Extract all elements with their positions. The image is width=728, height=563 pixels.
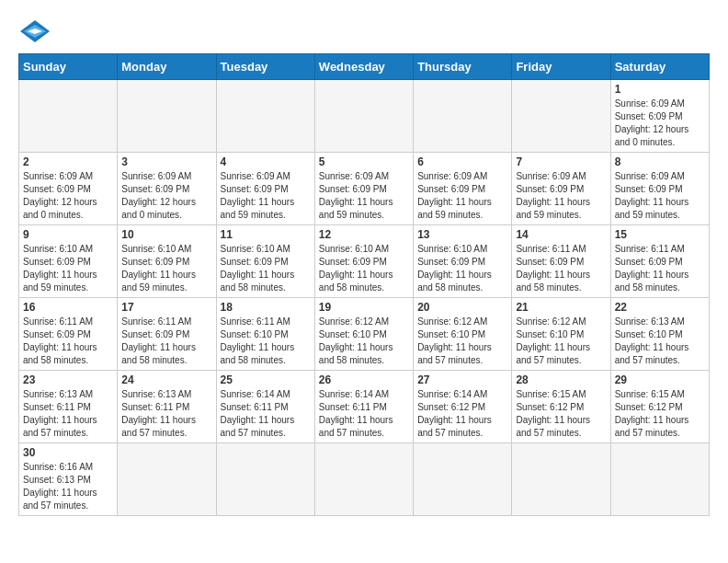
weekday-header: Sunday: [19, 54, 118, 80]
day-number: 4: [221, 155, 311, 168]
day-number: 25: [221, 373, 311, 386]
calendar-cell: 20Sunrise: 6:12 AM Sunset: 6:10 PM Dayli…: [414, 298, 512, 371]
calendar-cell: [610, 443, 709, 516]
calendar-cell: 8Sunrise: 6:09 AM Sunset: 6:09 PM Daylig…: [610, 153, 709, 225]
day-info: Sunrise: 6:09 AM Sunset: 6:09 PM Dayligh…: [23, 170, 113, 222]
day-number: 21: [516, 301, 606, 314]
calendar-cell: [414, 80, 512, 153]
day-info: Sunrise: 6:11 AM Sunset: 6:09 PM Dayligh…: [615, 243, 705, 294]
calendar-cell: 21Sunrise: 6:12 AM Sunset: 6:10 PM Dayli…: [512, 298, 610, 371]
calendar-cell: 6Sunrise: 6:09 AM Sunset: 6:09 PM Daylig…: [414, 153, 512, 225]
day-info: Sunrise: 6:14 AM Sunset: 6:11 PM Dayligh…: [221, 388, 311, 440]
page-header: [18, 18, 710, 44]
calendar-cell: 1Sunrise: 6:09 AM Sunset: 6:09 PM Daylig…: [610, 80, 709, 153]
day-info: Sunrise: 6:09 AM Sunset: 6:09 PM Dayligh…: [615, 98, 705, 149]
calendar-cell: 27Sunrise: 6:14 AM Sunset: 6:12 PM Dayli…: [414, 371, 512, 443]
day-number: 3: [121, 155, 211, 168]
day-info: Sunrise: 6:09 AM Sunset: 6:09 PM Dayligh…: [615, 170, 705, 222]
logo: [18, 18, 55, 44]
day-number: 28: [516, 373, 606, 386]
day-number: 9: [23, 228, 113, 241]
day-number: 29: [615, 373, 705, 386]
calendar-cell: 10Sunrise: 6:10 AM Sunset: 6:09 PM Dayli…: [118, 225, 216, 298]
calendar-cell: 29Sunrise: 6:15 AM Sunset: 6:12 PM Dayli…: [610, 371, 709, 443]
calendar-cell: 30Sunrise: 6:16 AM Sunset: 6:13 PM Dayli…: [19, 443, 118, 516]
calendar-cell: 16Sunrise: 6:11 AM Sunset: 6:09 PM Dayli…: [19, 298, 118, 371]
calendar-cell: 28Sunrise: 6:15 AM Sunset: 6:12 PM Dayli…: [512, 371, 610, 443]
day-info: Sunrise: 6:10 AM Sunset: 6:09 PM Dayligh…: [221, 243, 311, 294]
day-info: Sunrise: 6:11 AM Sunset: 6:10 PM Dayligh…: [221, 316, 311, 367]
calendar-cell: 11Sunrise: 6:10 AM Sunset: 6:09 PM Dayli…: [216, 225, 314, 298]
calendar-cell: 22Sunrise: 6:13 AM Sunset: 6:10 PM Dayli…: [610, 298, 709, 371]
day-info: Sunrise: 6:16 AM Sunset: 6:13 PM Dayligh…: [23, 461, 113, 512]
day-info: Sunrise: 6:14 AM Sunset: 6:11 PM Dayligh…: [319, 388, 409, 440]
calendar-cell: 14Sunrise: 6:11 AM Sunset: 6:09 PM Dayli…: [512, 225, 610, 298]
day-info: Sunrise: 6:14 AM Sunset: 6:12 PM Dayligh…: [417, 388, 507, 440]
day-info: Sunrise: 6:09 AM Sunset: 6:09 PM Dayligh…: [319, 170, 409, 222]
calendar-cell: [414, 443, 512, 516]
calendar-cell: 18Sunrise: 6:11 AM Sunset: 6:10 PM Dayli…: [216, 298, 314, 371]
day-number: 2: [23, 155, 113, 168]
calendar-cell: 5Sunrise: 6:09 AM Sunset: 6:09 PM Daylig…: [314, 153, 413, 225]
day-info: Sunrise: 6:15 AM Sunset: 6:12 PM Dayligh…: [516, 388, 606, 440]
day-number: 16: [23, 301, 113, 314]
day-number: 10: [121, 228, 211, 241]
day-number: 19: [319, 301, 409, 314]
calendar-cell: 9Sunrise: 6:10 AM Sunset: 6:09 PM Daylig…: [19, 225, 118, 298]
day-number: 20: [417, 301, 507, 314]
calendar-cell: [314, 80, 413, 153]
day-info: Sunrise: 6:11 AM Sunset: 6:09 PM Dayligh…: [121, 316, 211, 367]
calendar-cell: 24Sunrise: 6:13 AM Sunset: 6:11 PM Dayli…: [118, 371, 216, 443]
day-info: Sunrise: 6:09 AM Sunset: 6:09 PM Dayligh…: [221, 170, 311, 222]
calendar-cell: 7Sunrise: 6:09 AM Sunset: 6:09 PM Daylig…: [512, 153, 610, 225]
calendar-cell: 19Sunrise: 6:12 AM Sunset: 6:10 PM Dayli…: [314, 298, 413, 371]
day-number: 15: [615, 228, 705, 241]
weekday-header: Thursday: [414, 54, 512, 80]
day-info: Sunrise: 6:09 AM Sunset: 6:09 PM Dayligh…: [516, 170, 606, 222]
calendar-cell: [512, 80, 610, 153]
calendar-cell: 13Sunrise: 6:10 AM Sunset: 6:09 PM Dayli…: [414, 225, 512, 298]
weekday-header: Wednesday: [314, 54, 413, 80]
day-number: 7: [516, 155, 606, 168]
day-number: 8: [615, 155, 705, 168]
day-info: Sunrise: 6:12 AM Sunset: 6:10 PM Dayligh…: [319, 316, 409, 367]
calendar-cell: [512, 443, 610, 516]
day-number: 11: [221, 228, 311, 241]
day-info: Sunrise: 6:10 AM Sunset: 6:09 PM Dayligh…: [23, 243, 113, 294]
calendar-cell: [19, 80, 118, 153]
day-number: 17: [121, 301, 211, 314]
day-info: Sunrise: 6:10 AM Sunset: 6:09 PM Dayligh…: [121, 243, 211, 294]
day-info: Sunrise: 6:11 AM Sunset: 6:09 PM Dayligh…: [516, 243, 606, 294]
weekday-header: Tuesday: [216, 54, 314, 80]
day-number: 14: [516, 228, 606, 241]
day-info: Sunrise: 6:10 AM Sunset: 6:09 PM Dayligh…: [417, 243, 507, 294]
day-info: Sunrise: 6:13 AM Sunset: 6:11 PM Dayligh…: [23, 388, 113, 440]
calendar: SundayMondayTuesdayWednesdayThursdayFrid…: [18, 53, 710, 516]
calendar-cell: 3Sunrise: 6:09 AM Sunset: 6:09 PM Daylig…: [118, 153, 216, 225]
weekday-header: Friday: [512, 54, 610, 80]
calendar-cell: 4Sunrise: 6:09 AM Sunset: 6:09 PM Daylig…: [216, 153, 314, 225]
calendar-cell: [118, 80, 216, 153]
day-info: Sunrise: 6:09 AM Sunset: 6:09 PM Dayligh…: [121, 170, 211, 222]
calendar-cell: [216, 443, 314, 516]
calendar-cell: [216, 80, 314, 153]
day-number: 6: [417, 155, 507, 168]
weekday-header: Monday: [118, 54, 216, 80]
day-info: Sunrise: 6:11 AM Sunset: 6:09 PM Dayligh…: [23, 316, 113, 367]
calendar-cell: 17Sunrise: 6:11 AM Sunset: 6:09 PM Dayli…: [118, 298, 216, 371]
day-number: 30: [23, 446, 113, 459]
calendar-cell: [118, 443, 216, 516]
logo-icon: [18, 18, 51, 44]
day-number: 27: [417, 373, 507, 386]
day-number: 18: [221, 301, 311, 314]
calendar-cell: 15Sunrise: 6:11 AM Sunset: 6:09 PM Dayli…: [610, 225, 709, 298]
day-number: 22: [615, 301, 705, 314]
day-number: 23: [23, 373, 113, 386]
calendar-cell: 25Sunrise: 6:14 AM Sunset: 6:11 PM Dayli…: [216, 371, 314, 443]
day-number: 13: [417, 228, 507, 241]
day-info: Sunrise: 6:13 AM Sunset: 6:11 PM Dayligh…: [121, 388, 211, 440]
day-number: 26: [319, 373, 409, 386]
weekday-header: Saturday: [610, 54, 709, 80]
calendar-cell: 12Sunrise: 6:10 AM Sunset: 6:09 PM Dayli…: [314, 225, 413, 298]
calendar-cell: 26Sunrise: 6:14 AM Sunset: 6:11 PM Dayli…: [314, 371, 413, 443]
